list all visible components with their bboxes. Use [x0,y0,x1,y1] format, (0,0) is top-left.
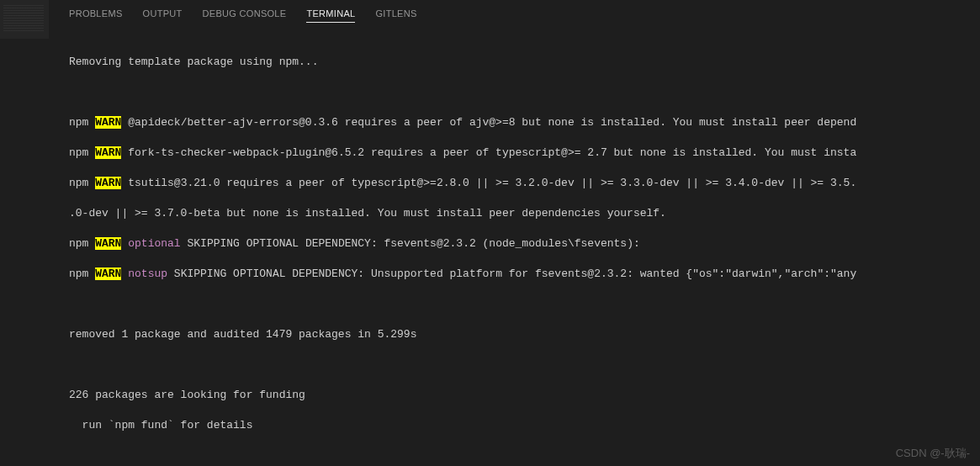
tab-debug-console[interactable]: DEBUG CONSOLE [203,8,287,23]
terminal-line: 226 packages are looking for funding [69,388,980,403]
warn-badge: WARN [95,237,121,250]
warn-badge: WARN [95,177,121,189]
tab-gitlens[interactable]: GITLENS [375,8,416,23]
terminal-line: npm WARN optional SKIPPING OPTIONAL DEPE… [69,236,980,252]
terminal-line: .0-dev || >= 3.7.0-beta but none is inst… [69,206,980,221]
terminal-output[interactable]: Removing template package using npm... n… [0,29,980,466]
terminal-line: npm WARN @apideck/better-ajv-errors@0.3.… [69,115,980,130]
minimap-thumb [0,0,49,39]
panel-tabs: PROBLEMS OUTPUT DEBUG CONSOLE TERMINAL G… [0,0,980,29]
terminal-line: run `npm fund` for details [69,418,980,433]
tab-output[interactable]: OUTPUT [143,8,183,23]
terminal-line: npm WARN fork-ts-checker-webpack-plugin@… [69,146,980,161]
terminal-line [69,85,980,100]
tab-terminal[interactable]: TERMINAL [306,8,355,23]
terminal-line [69,357,980,373]
warn-badge: WARN [95,146,121,159]
terminal-line: npm WARN notsup SKIPPING OPTIONAL DEPEND… [69,267,980,282]
warn-badge: WARN [95,116,121,129]
terminal-line: removed 1 package and audited 1479 packa… [69,327,980,342]
terminal-line [69,297,980,312]
tab-problems[interactable]: PROBLEMS [69,8,123,23]
terminal-line [69,448,980,463]
terminal-line: Removing template package using npm... [69,55,980,70]
terminal-line: npm WARN tsutils@3.21.0 requires a peer … [69,176,980,191]
warn-badge: WARN [95,267,121,280]
watermark: CSDN @-耿瑞- [896,446,970,461]
